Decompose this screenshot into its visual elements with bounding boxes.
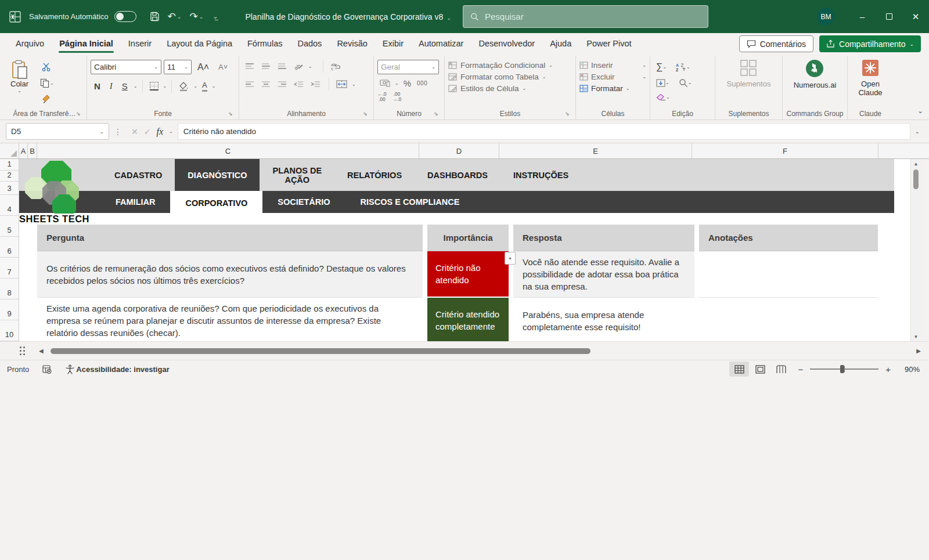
document-title[interactable]: Planilha de Diagnóstico de Governança Co…	[245, 12, 451, 21]
row-header[interactable]: 8	[0, 279, 19, 299]
align-right-button[interactable]	[275, 79, 289, 89]
clipboard-dialog-launcher[interactable]: ⇘	[75, 110, 82, 117]
ribbon-tab[interactable]: Inserir	[121, 33, 159, 54]
collapse-ribbon-button[interactable]: ⌄	[917, 107, 923, 115]
increase-indent-button[interactable]	[308, 79, 323, 89]
row-header[interactable]: 2	[0, 171, 19, 182]
ribbon-tab[interactable]: Arquivo	[8, 33, 52, 54]
select-all-button[interactable]	[0, 143, 19, 158]
sheet-subnav-tab[interactable]: CORPORATIVO	[170, 191, 262, 215]
align-middle-button[interactable]	[259, 61, 273, 71]
column-header-a[interactable]: A	[19, 143, 28, 158]
underline-chevron-icon[interactable]: ⌄	[134, 84, 138, 89]
redo-button[interactable]: ↷⌄	[186, 9, 206, 24]
header-resposta[interactable]: Resposta	[513, 225, 694, 251]
vertical-scroll-thumb[interactable]	[913, 169, 919, 189]
ready-status[interactable]: Pronto	[0, 365, 37, 374]
ribbon-tab[interactable]: Desenvolvedor	[471, 33, 542, 54]
cell-pergunta[interactable]: Os critérios de remuneração dos sócios c…	[37, 251, 423, 298]
column-header-e[interactable]: E	[499, 143, 692, 158]
ribbon-tab[interactable]: Ajuda	[542, 33, 579, 54]
accounting-format-button[interactable]	[377, 77, 393, 89]
scroll-up-icon[interactable]: ▲	[911, 159, 921, 168]
underline-button[interactable]: S	[118, 81, 131, 92]
accessibility-status[interactable]: Acessibilidade: investigar	[76, 365, 169, 374]
wrap-text-button[interactable]: abc	[328, 60, 343, 73]
zoom-out-button[interactable]: −	[792, 364, 809, 374]
font-color-chevron-icon[interactable]: ⌄	[212, 84, 216, 89]
save-button[interactable]	[147, 9, 163, 24]
cell-importancia[interactable]: Critério atendido completamente	[427, 298, 509, 341]
zoom-in-button[interactable]: +	[880, 364, 896, 374]
increase-decimal-button[interactable]: ←.0.00	[377, 92, 387, 103]
merge-center-button[interactable]	[334, 78, 350, 90]
font-color-button[interactable]: A	[200, 79, 210, 93]
borders-button[interactable]	[147, 80, 161, 92]
bold-button[interactable]: N	[91, 81, 104, 92]
zoom-slider-thumb[interactable]	[840, 365, 844, 373]
format-as-table-button[interactable]: Formatar como Tabela⌄	[448, 73, 553, 81]
align-bottom-button[interactable]	[275, 61, 289, 71]
customize-qat-button[interactable]: ⌄̲	[208, 10, 221, 23]
ribbon-tab[interactable]: Fórmulas	[240, 33, 290, 54]
accessibility-checker-button[interactable]: Acessibilidade: investigar	[65, 364, 169, 374]
decrease-decimal-button[interactable]: .00→.0	[393, 92, 402, 103]
font-name-select[interactable]: Calibri⌄	[91, 60, 161, 74]
share-button[interactable]: Compartilhamento ⌄	[819, 35, 921, 52]
addins-button[interactable]: Suplementos	[721, 57, 777, 90]
vertical-scrollbar[interactable]: ▲ ▼	[910, 159, 921, 341]
cell-resposta[interactable]: Você não atende esse requisito. Avalie a…	[513, 251, 694, 298]
italic-button[interactable]: I	[106, 81, 116, 92]
cut-button[interactable]	[38, 61, 56, 73]
alignment-dialog-launcher[interactable]: ⇘	[362, 110, 369, 117]
orientation-button[interactable]: ab	[291, 60, 306, 72]
avatar[interactable]: BM	[817, 8, 835, 26]
search-box[interactable]	[463, 5, 708, 28]
cell-styles-button[interactable]: Estilos de Célula⌄	[448, 84, 553, 93]
cell-importancia[interactable]: Critério não atendido	[427, 251, 509, 298]
column-header-d[interactable]: D	[419, 143, 499, 158]
zoom-level[interactable]: 90%	[898, 365, 923, 374]
format-painter-button[interactable]	[38, 93, 56, 105]
horizontal-scroll-thumb[interactable]	[51, 348, 590, 354]
accounting-chevron-icon[interactable]: ⌄	[395, 81, 399, 86]
sheet-tab-menu-handle[interactable]	[20, 346, 25, 355]
number-dialog-launcher[interactable]: ⇘	[433, 110, 440, 117]
decrease-font-button[interactable]: A˅	[215, 62, 231, 72]
fill-color-button[interactable]	[177, 80, 191, 93]
cell-pergunta[interactable]: Existe uma agenda corporativa de reuniõe…	[37, 298, 423, 341]
autosum-button[interactable]: ∑⌄	[654, 60, 669, 74]
increase-font-button[interactable]: A˄	[194, 62, 213, 73]
row-header[interactable]: 9	[0, 299, 19, 320]
header-importancia[interactable]: Importância	[427, 225, 509, 251]
column-header-c[interactable]: C	[37, 143, 419, 158]
sheet-nav-tab[interactable]: DASHBOARDS	[415, 159, 500, 191]
cell-resposta[interactable]: Parabéns, sua empresa atende completamen…	[513, 298, 694, 341]
row-header[interactable]: 7	[0, 258, 19, 279]
align-left-button[interactable]	[243, 79, 257, 89]
name-box[interactable]: D5⌄	[6, 123, 109, 140]
orientation-chevron-icon[interactable]: ⌄	[308, 64, 312, 69]
row-header[interactable]: 10	[0, 320, 19, 341]
insert-cells-button[interactable]: Inserir⌄	[579, 61, 646, 70]
search-input[interactable]	[485, 12, 701, 21]
scroll-right-icon[interactable]: ▶	[913, 348, 924, 354]
numerous-ai-button[interactable]: Numerous.ai	[788, 57, 842, 91]
clear-button[interactable]: ⌄	[654, 92, 672, 103]
merge-chevron-icon[interactable]: ⌄	[352, 82, 356, 87]
decrease-indent-button[interactable]	[291, 79, 306, 89]
percent-button[interactable]: %	[401, 78, 413, 88]
copy-button[interactable]: ⌄	[38, 77, 56, 89]
ribbon-tab[interactable]: Dados	[290, 33, 329, 54]
page-break-view-button[interactable]	[771, 362, 791, 377]
fill-color-chevron-icon[interactable]: ⌄	[193, 84, 197, 89]
column-header-f[interactable]: F	[692, 143, 878, 158]
sheet-subnav-tab[interactable]: RISCOS E COMPLIANCE	[345, 191, 475, 213]
align-top-button[interactable]	[243, 61, 257, 71]
header-pergunta[interactable]: Pergunta	[37, 225, 423, 251]
ribbon-tab[interactable]: Automatizar	[411, 33, 471, 54]
autosave-toggle[interactable]	[114, 11, 136, 22]
comma-style-button[interactable]: 000	[416, 80, 429, 86]
sheet-nav-tab[interactable]: INSTRUÇÕES	[500, 159, 581, 191]
validation-dropdown-button[interactable]: ▾	[505, 252, 516, 265]
